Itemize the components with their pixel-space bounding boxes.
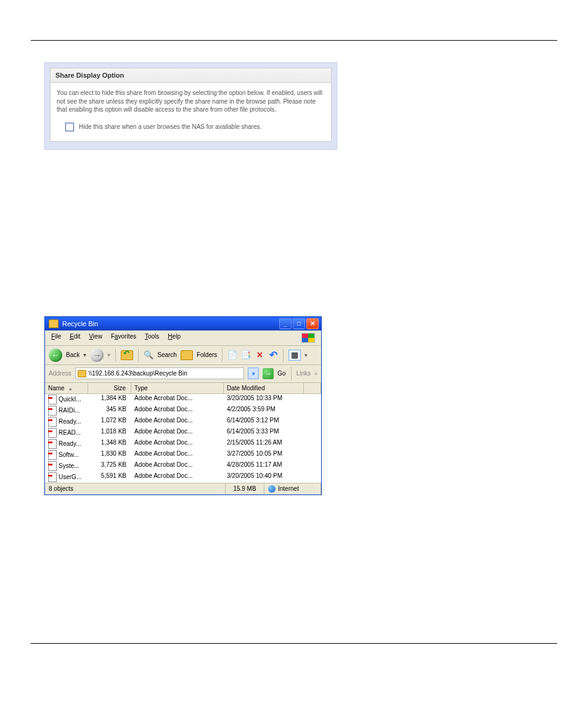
back-label: Back: [66, 351, 80, 358]
close-button[interactable]: ✕: [306, 318, 319, 329]
pdf-icon: [48, 406, 57, 416]
menu-tools[interactable]: Tools: [145, 333, 159, 343]
status-zone: Internet: [264, 483, 321, 495]
file-name: RAIDi...: [59, 407, 80, 414]
go-button[interactable]: →: [263, 368, 274, 379]
windows-flag-icon: [301, 333, 315, 343]
file-name: QuickI...: [59, 396, 81, 403]
col-name[interactable]: Name ▲: [45, 383, 88, 393]
footer-rule: [31, 643, 557, 644]
file-name: Syste...: [59, 462, 79, 469]
views-icon[interactable]: ▦: [288, 350, 301, 361]
table-row[interactable]: RAIDi...345 KBAdobe Acrobat Doc...4/2/20…: [45, 405, 321, 416]
menu-favorites[interactable]: Favorites: [111, 333, 136, 343]
header-rule: [31, 40, 557, 41]
file-type: Adobe Acrobat Doc...: [131, 428, 224, 438]
table-row[interactable]: READ...1,018 KBAdobe Acrobat Doc...6/14/…: [45, 427, 321, 438]
address-input[interactable]: \\192.168.6.243\backup\Recycle Bin: [75, 367, 245, 379]
menu-edit[interactable]: Edit: [70, 333, 80, 343]
separator: [115, 348, 116, 362]
separator: [222, 348, 223, 362]
statusbar: 8 objects 15.9 MB Internet: [45, 483, 321, 495]
search-label: Search: [157, 351, 177, 358]
up-button[interactable]: [121, 350, 133, 360]
folders-icon[interactable]: [181, 350, 193, 360]
hide-share-label: Hide this share when a user browses the …: [79, 123, 261, 131]
file-size: 5,591 KB: [88, 472, 131, 482]
globe-icon: [268, 485, 276, 493]
table-row[interactable]: QuickI...1,384 KBAdobe Acrobat Doc...3/2…: [45, 394, 321, 405]
links-label: Links: [296, 370, 311, 377]
col-spacer: [304, 383, 321, 393]
file-modified: 4/28/2005 11:17 AM: [224, 461, 304, 471]
status-size: 15.9 MB: [226, 483, 264, 495]
address-bar: Address \\192.168.6.243\backup\Recycle B…: [45, 365, 321, 383]
menu-help[interactable]: Help: [168, 333, 181, 343]
forward-button[interactable]: →: [90, 348, 104, 362]
file-modified: 4/2/2005 3:59 PM: [224, 406, 304, 416]
folders-label: Folders: [197, 351, 217, 358]
explorer-window: Recycle Bin _ □ ✕ File Edit View Favorit…: [44, 316, 322, 495]
back-dropdown-icon[interactable]: ▾: [83, 351, 86, 358]
separator: [291, 367, 292, 380]
panel-body: You can elect to hide this share from br…: [50, 83, 332, 142]
folder-icon: [49, 319, 59, 328]
pdf-icon: [48, 461, 57, 471]
folder-icon: [78, 370, 86, 377]
table-row[interactable]: Ready...1,072 KBAdobe Acrobat Doc...6/14…: [45, 416, 321, 427]
pdf-icon: [48, 472, 57, 482]
table-row[interactable]: Ready...1,348 KBAdobe Acrobat Doc...2/15…: [45, 438, 321, 449]
panel-description: You can elect to hide this share from br…: [57, 89, 325, 114]
menu-file[interactable]: File: [51, 333, 61, 343]
delete-icon[interactable]: ✕: [255, 350, 264, 360]
file-size: 1,018 KB: [88, 428, 131, 438]
copy-to-icon[interactable]: 📑: [241, 350, 251, 360]
col-size[interactable]: Size: [88, 383, 131, 393]
pdf-icon: [48, 395, 57, 404]
column-headers: Name ▲ Size Type Date Modified: [45, 383, 321, 394]
views-dropdown-icon[interactable]: ▾: [304, 352, 308, 358]
file-name: Ready...: [59, 418, 81, 425]
col-type[interactable]: Type: [131, 383, 224, 393]
table-row[interactable]: Softw...1,830 KBAdobe Acrobat Doc...3/27…: [45, 449, 321, 461]
minimize-button[interactable]: _: [279, 318, 292, 329]
toolbar: ← Back ▾ → ▾ 🔍 Search Folders 📄 📑 ✕ ↶ ▦ …: [45, 346, 321, 365]
back-button[interactable]: ←: [49, 348, 62, 362]
search-icon[interactable]: 🔍: [144, 350, 153, 360]
separator: [138, 348, 139, 362]
file-name: Softw...: [59, 451, 79, 458]
pdf-icon: [48, 439, 57, 449]
maximize-button[interactable]: □: [293, 318, 305, 329]
status-zone-label: Internet: [278, 485, 299, 492]
col-modified[interactable]: Date Modified: [224, 383, 304, 393]
links-chevron-icon[interactable]: »: [314, 371, 317, 377]
pdf-icon: [48, 417, 57, 427]
file-modified: 3/20/2005 10:33 PM: [224, 395, 304, 404]
titlebar: Recycle Bin _ □ ✕: [45, 317, 321, 330]
file-size: 1,072 KB: [88, 417, 131, 427]
file-modified: 6/14/2005 3:33 PM: [224, 428, 304, 438]
address-path: \\192.168.6.243\backup\Recycle Bin: [89, 370, 187, 377]
file-modified: 6/14/2005 3:12 PM: [224, 417, 304, 427]
file-size: 1,384 KB: [88, 395, 131, 404]
separator: [283, 348, 284, 362]
file-type: Adobe Acrobat Doc...: [131, 450, 224, 460]
table-row[interactable]: UserG...5,591 KBAdobe Acrobat Doc...3/20…: [45, 472, 321, 483]
file-type: Adobe Acrobat Doc...: [131, 461, 224, 471]
undo-icon[interactable]: ↶: [268, 350, 278, 360]
move-to-icon[interactable]: 📄: [227, 350, 237, 360]
file-size: 3,725 KB: [88, 461, 131, 471]
table-row[interactable]: Syste...3,725 KBAdobe Acrobat Doc...4/28…: [45, 461, 321, 472]
menubar: File Edit View Favorites Tools Help: [45, 330, 321, 346]
file-modified: 3/27/2005 10:05 PM: [224, 450, 304, 460]
address-dropdown-icon[interactable]: ▾: [248, 367, 259, 379]
file-type: Adobe Acrobat Doc...: [131, 417, 224, 427]
hide-share-checkbox[interactable]: [65, 123, 74, 131]
forward-dropdown-icon[interactable]: ▾: [107, 351, 110, 358]
menu-view[interactable]: View: [89, 333, 102, 343]
file-size: 1,830 KB: [88, 450, 131, 460]
file-name: UserG...: [59, 474, 81, 480]
file-modified: 2/15/2005 11:26 AM: [224, 439, 304, 449]
file-type: Adobe Acrobat Doc...: [131, 439, 224, 449]
panel-heading: Share Display Option: [50, 68, 332, 83]
